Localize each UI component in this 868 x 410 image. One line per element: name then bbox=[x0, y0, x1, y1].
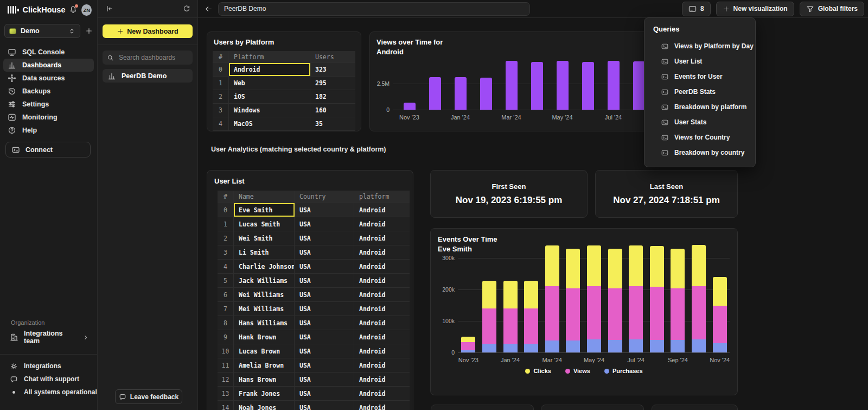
table-row[interactable]: 2Wei SmithUSAAndroid bbox=[218, 231, 410, 245]
sidebar-item-help[interactable]: Help bbox=[3, 124, 94, 137]
sidebar-item-data-sources[interactable]: Data sources bbox=[3, 72, 94, 85]
column-header-[interactable]: # bbox=[213, 51, 229, 62]
table-cell[interactable]: 14 bbox=[218, 401, 234, 410]
chart-bar[interactable] bbox=[503, 281, 518, 352]
table-cell[interactable]: Web bbox=[229, 77, 310, 90]
table-cell[interactable]: USA bbox=[295, 231, 354, 245]
table-row[interactable]: 0Eve SmithUSAAndroid bbox=[218, 203, 410, 217]
table-cell[interactable]: USA bbox=[295, 316, 354, 330]
table-cell[interactable]: Wei Smith bbox=[234, 231, 295, 245]
table-cell[interactable]: 7 bbox=[218, 302, 234, 316]
table-cell[interactable]: USA bbox=[295, 358, 354, 372]
global-filters-button[interactable]: Global filters bbox=[800, 2, 864, 16]
chart-bar[interactable] bbox=[582, 62, 594, 110]
table-cell[interactable]: Amelia Brown bbox=[234, 358, 295, 372]
chart-bar[interactable] bbox=[587, 245, 601, 352]
chart-bar[interactable] bbox=[671, 249, 685, 352]
table-cell[interactable]: Charlie Johnson bbox=[234, 260, 295, 273]
table-cell[interactable]: Lucas Smith bbox=[234, 217, 295, 231]
table-row[interactable]: 13Frank JonesUSAAndroid bbox=[218, 387, 410, 401]
table-cell[interactable]: 35 bbox=[310, 117, 355, 130]
table-cell[interactable]: USA bbox=[295, 401, 354, 410]
table-cell[interactable]: USA bbox=[295, 288, 354, 301]
table-cell[interactable]: 0 bbox=[218, 203, 234, 217]
query-item-breakdown-by-country[interactable]: Breakdown by country bbox=[644, 145, 755, 160]
table-cell[interactable]: 10 bbox=[218, 344, 234, 358]
sidebar-item-backups[interactable]: Backups bbox=[3, 85, 94, 98]
notifications-bell-icon[interactable] bbox=[69, 5, 78, 14]
dashboard-item-peerdb-demo[interactable]: PeerDB Demo bbox=[103, 69, 193, 83]
chart-bar[interactable] bbox=[455, 77, 467, 110]
sidebar-item-integrations-team[interactable]: Integrations team bbox=[0, 331, 97, 344]
table-cell[interactable]: 13 bbox=[218, 387, 234, 400]
table-cell[interactable]: Android bbox=[229, 63, 310, 76]
table-cell[interactable]: USA bbox=[295, 245, 354, 259]
table-cell[interactable]: USA bbox=[295, 330, 354, 344]
chart-bar[interactable] bbox=[545, 245, 559, 352]
table-cell[interactable]: Android bbox=[354, 231, 410, 245]
table-row[interactable]: 1Web295 bbox=[213, 77, 355, 90]
add-service-button[interactable] bbox=[85, 27, 93, 35]
table-row[interactable]: 10Lucas BrownUSAAndroid bbox=[218, 344, 410, 358]
chart-bar[interactable] bbox=[629, 245, 643, 352]
table-cell[interactable]: 2 bbox=[218, 231, 234, 245]
chart-bar[interactable] bbox=[566, 249, 580, 352]
queries-count-button[interactable]: 8 bbox=[682, 2, 711, 16]
chart-bar[interactable] bbox=[650, 246, 664, 352]
table-cell[interactable]: Hans Brown bbox=[234, 373, 295, 386]
search-input[interactable] bbox=[118, 53, 204, 62]
table-cell[interactable]: Android bbox=[354, 260, 410, 273]
query-item-user-list[interactable]: User List bbox=[644, 54, 755, 69]
avatar[interactable]: ZN bbox=[81, 4, 92, 16]
table-cell[interactable]: Android bbox=[354, 330, 410, 344]
table-row[interactable]: 1Lucas SmithUSAAndroid bbox=[218, 217, 410, 231]
chart-bar[interactable] bbox=[531, 62, 543, 110]
query-item-events-for-user[interactable]: Events for User bbox=[644, 69, 755, 84]
chart-bar[interactable] bbox=[633, 61, 645, 110]
chart-bar[interactable] bbox=[557, 61, 569, 110]
table-cell[interactable]: 6 bbox=[218, 288, 234, 301]
table-cell[interactable]: Android bbox=[354, 245, 410, 259]
table-row[interactable]: 3Windows160 bbox=[213, 104, 355, 117]
leave-feedback-button[interactable]: Leave feedback bbox=[115, 389, 182, 404]
table-cell[interactable]: Windows bbox=[229, 104, 310, 117]
dashboard-title-input[interactable] bbox=[218, 2, 530, 16]
sidebar-item-settings[interactable]: Settings bbox=[3, 98, 94, 111]
table-cell[interactable]: Android bbox=[354, 288, 410, 301]
table-row[interactable]: 7Mei WilliamsUSAAndroid bbox=[218, 302, 410, 316]
query-item-peerdb-stats[interactable]: PeerDB Stats bbox=[644, 84, 755, 99]
table-cell[interactable]: 12 bbox=[218, 373, 234, 386]
sidebar-item-integrations[interactable]: Integrations bbox=[0, 359, 97, 373]
table-cell[interactable]: USA bbox=[295, 217, 354, 231]
table-cell[interactable]: USA bbox=[295, 373, 354, 386]
table-cell[interactable]: 9 bbox=[218, 330, 234, 344]
table-row[interactable]: 5Jack WilliamsUSAAndroid bbox=[218, 274, 410, 288]
new-visualization-button[interactable]: New visualization bbox=[716, 2, 794, 16]
table-cell[interactable]: 5 bbox=[218, 274, 234, 287]
table-cell[interactable]: 2 bbox=[213, 90, 229, 103]
column-header-platform[interactable]: platform bbox=[354, 191, 410, 203]
sidebar-item-monitoring[interactable]: Monitoring bbox=[3, 111, 94, 124]
query-item-breakdown-by-platform[interactable]: Breakdown by platform bbox=[644, 99, 755, 115]
chart-bar[interactable] bbox=[429, 77, 441, 110]
table-cell[interactable]: Android bbox=[354, 344, 410, 358]
table-cell[interactable]: 3 bbox=[218, 245, 234, 259]
chart-bar[interactable] bbox=[461, 337, 475, 352]
sidebar-item-chat-with-support[interactable]: Chat with support bbox=[0, 373, 97, 386]
table-cell[interactable]: Android bbox=[354, 316, 410, 330]
column-header-users[interactable]: Users bbox=[310, 51, 355, 62]
chart-bar[interactable] bbox=[608, 249, 622, 352]
sidebar-item-dashboards[interactable]: Dashboards bbox=[3, 59, 94, 72]
table-cell[interactable]: Android bbox=[354, 203, 410, 217]
table-cell[interactable]: iOS bbox=[229, 90, 310, 103]
table-cell[interactable]: 4 bbox=[213, 117, 229, 130]
table-cell[interactable]: USA bbox=[295, 344, 354, 358]
table-cell[interactable]: USA bbox=[295, 302, 354, 316]
back-icon[interactable] bbox=[205, 5, 213, 13]
table-cell[interactable]: Mei Williams bbox=[234, 302, 295, 316]
table-row[interactable]: 6Wei WilliamsUSAAndroid bbox=[218, 288, 410, 302]
table-cell[interactable]: 4 bbox=[218, 260, 234, 273]
table-row[interactable]: 4MacOS35 bbox=[213, 117, 355, 131]
table-cell[interactable]: USA bbox=[295, 260, 354, 273]
table-row[interactable]: 0Android323 bbox=[213, 63, 355, 77]
